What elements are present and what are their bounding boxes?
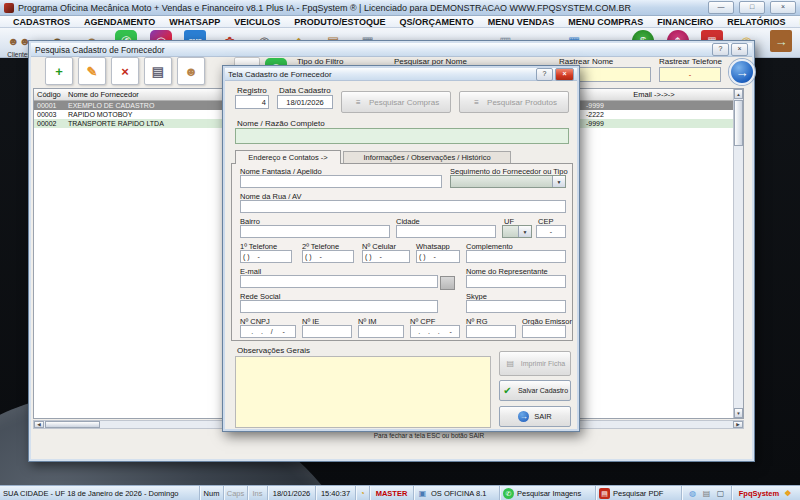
restore-button[interactable]: □ [739, 1, 765, 14]
menu-cadastros[interactable]: CADASTROS [6, 17, 77, 27]
menu-whatsapp[interactable]: WHATSAPP [162, 17, 227, 27]
search-help-button[interactable]: ? [712, 43, 729, 56]
menu-agendamento[interactable]: AGENDAMENTO [77, 17, 162, 27]
col-code[interactable]: Código [37, 89, 61, 100]
status-ins: Ins [248, 486, 268, 500]
form-title: Tela Cadastro de Fornecedor [228, 70, 534, 79]
email-lookup-button[interactable] [440, 276, 455, 290]
scroll-right-icon[interactable]: ▶ [733, 421, 743, 428]
bairro-input[interactable] [240, 225, 390, 238]
menu-os-orcamento[interactable]: QS/ORÇAMENTO [392, 17, 480, 27]
telefone1-input[interactable]: ( ) - [240, 250, 292, 263]
scroll-up-icon[interactable]: ▲ [734, 89, 743, 99]
salvar-cadastro-label: Salvar Cadastro [518, 387, 568, 394]
cell-code: 00001 [37, 101, 56, 110]
salvar-cadastro-button[interactable]: ✔Salvar Cadastro [499, 380, 571, 401]
form-help-button[interactable]: ? [536, 68, 553, 81]
form-titlebar: Tela Cadastro de Fornecedor ? × [225, 68, 577, 81]
pesquisar-compras-label: Pesquisar Compras [369, 98, 439, 107]
cep-input[interactable]: - [536, 225, 566, 238]
cidade-input[interactable] [396, 225, 496, 238]
menu-financeiro[interactable]: FINANCEIRO [650, 17, 720, 27]
imprimir-ficha-label: Imprimir Ficha [521, 360, 565, 367]
menu-estatistica[interactable]: ESTATISTICA [793, 17, 800, 27]
hscroll-thumb[interactable] [45, 421, 100, 428]
brand-label: FpqSystem [739, 489, 779, 498]
observacoes-textarea[interactable] [235, 356, 491, 428]
pesquisar-produtos-button[interactable]: ≡Pesquisar Produtos [459, 91, 569, 113]
tab-endereco-contatos[interactable]: Endereço e Contatos -> [235, 150, 341, 164]
status-pesquisar-imagens[interactable]: ✆Pesquisar Imagens [500, 486, 596, 500]
pesquisar-imagens-label: Pesquisar Imagens [517, 489, 581, 498]
whatsapp-input[interactable]: ( ) - [416, 250, 460, 263]
menu-vendas[interactable]: MENU VENDAS [481, 17, 562, 27]
exit-door-icon[interactable]: → [770, 30, 792, 52]
pesquisar-compras-button[interactable]: ≡Pesquisar Compras [341, 91, 451, 113]
globe-icon[interactable]: ◍ [687, 488, 698, 499]
representante-input[interactable] [466, 275, 566, 288]
skype-input[interactable] [466, 300, 566, 313]
celular-input[interactable]: ( ) - [362, 250, 410, 263]
col-email[interactable]: Email ->->-> [594, 89, 714, 100]
nome-fantasia-input[interactable] [240, 175, 442, 188]
nome-razao-input[interactable] [235, 128, 569, 144]
menu-compras[interactable]: MENU COMPRAS [561, 17, 650, 27]
cell-code: 00003 [37, 110, 56, 119]
scroll-thumb[interactable] [734, 100, 743, 146]
chevron-down-icon[interactable]: ▼ [552, 176, 565, 187]
orgao-emissor-input[interactable] [522, 325, 566, 338]
email-input[interactable] [240, 275, 438, 288]
form-close-button[interactable]: × [555, 68, 574, 81]
status-user: MASTER [370, 486, 414, 500]
scroll-down-icon[interactable]: ▼ [734, 408, 743, 418]
chevron-down-icon[interactable]: ▼ [518, 226, 531, 237]
scroll-left-icon[interactable]: ◀ [34, 421, 44, 428]
app-icon [4, 3, 14, 13]
arrow-right-icon: → [518, 411, 529, 422]
menu-veiculos[interactable]: VEICULOS [227, 17, 287, 27]
search-close-button[interactable]: × [731, 43, 748, 56]
uf-dropdown[interactable]: ▼ [502, 225, 532, 238]
printer-icon[interactable]: ▤ [701, 488, 712, 499]
menu-produto-estoque[interactable]: PRODUTO/ESTOQUE [287, 17, 392, 27]
vertical-scrollbar[interactable]: ▲ ▼ [733, 89, 743, 418]
status-os-label: OS OFICINA 8.1 [431, 489, 486, 498]
new-record-button[interactable]: + [45, 57, 73, 85]
rg-input[interactable] [466, 325, 516, 338]
status-os[interactable]: ▣OS OFICINA 8.1 [414, 486, 500, 500]
list-icon: ≡ [471, 97, 482, 108]
seguimento-dropdown[interactable]: ▼ [450, 175, 566, 188]
menu-relatorios[interactable]: RELATÓRIOS [720, 17, 792, 27]
app-title: Programa Oficina Mecânica Moto + Vendas … [18, 3, 703, 13]
im-input[interactable] [358, 325, 404, 338]
list-icon: ≡ [353, 97, 364, 108]
edit-record-button[interactable]: ✎ [78, 57, 106, 85]
print-list-button[interactable]: ▤ [144, 57, 172, 85]
registro-field[interactable]: 4 [235, 95, 269, 109]
ie-input[interactable] [302, 325, 352, 338]
track-phone-input[interactable]: - [659, 67, 721, 82]
col-name[interactable]: Nome do Fornecedor [68, 89, 139, 100]
sair-button[interactable]: →SAIR [499, 406, 571, 427]
delete-record-button[interactable]: × [111, 57, 139, 85]
complemento-input[interactable] [466, 250, 566, 263]
printer-icon: ▤ [505, 358, 516, 369]
data-cadastro-field[interactable]: 18/01/2026 [277, 95, 333, 109]
status-location: SUA CIDADE - UF 18 de Janeiro de 2026 - … [0, 486, 200, 500]
go-search-button[interactable]: → [729, 59, 755, 85]
close-button[interactable]: × [770, 1, 796, 14]
minimize-button[interactable]: — [708, 1, 734, 14]
status-alarm: ◔ [356, 486, 370, 500]
telefone2-input[interactable]: ( ) - [302, 250, 354, 263]
status-pesquisar-pdf[interactable]: ▤Pesquisar PDF [596, 486, 682, 500]
cpf-input[interactable]: . . . - [410, 325, 460, 338]
cnpj-input[interactable]: . . / - [240, 325, 296, 338]
imprimir-ficha-button[interactable]: ▤Imprimir Ficha [499, 351, 571, 376]
rua-input[interactable] [240, 200, 566, 213]
contacts-button[interactable]: ☻ [177, 57, 205, 85]
registro-label: Registro [237, 86, 267, 95]
monitor-icon[interactable]: ▢ [715, 488, 726, 499]
search-window-titlebar: Pesquisa Cadastro de Fornecedor ? × [31, 43, 752, 57]
whatsapp-icon: ✆ [503, 488, 514, 499]
rede-social-input[interactable] [240, 300, 438, 313]
